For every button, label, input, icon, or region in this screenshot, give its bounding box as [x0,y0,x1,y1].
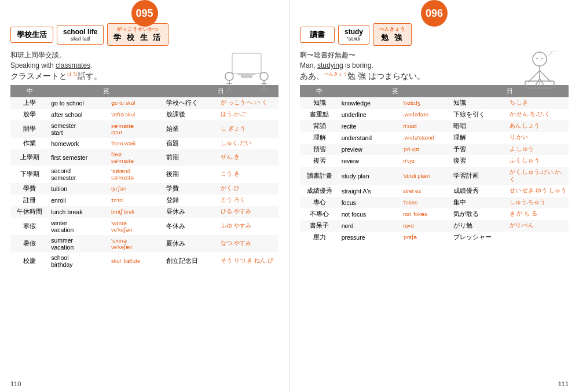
cell-phonetic: sə'mɛstə stɔrt [109,120,163,138]
cell-phonetic: 'wɪntə ve'keʃən [109,218,163,235]
cell-ja: 知識 [451,97,507,109]
cell-zh: 讀書計畫 [300,167,339,185]
svg-line-25 [540,78,544,86]
table-row: 上學期 first semester fɚst sə'mɛstə 前期 ぜん.き [10,149,278,166]
cell-ja: 集中 [451,197,507,208]
table-row: 壓力 pressure 'prɛʃə プレッシャー [300,232,569,243]
cell-kana: ひる.やすみ [218,206,278,218]
table-row: 上學 go to school ɡo tu skul 学校へ行く が.っこう.へ… [10,97,278,109]
cell-kana: り.かい [507,132,569,144]
page-left: 095 學校生活 school life skul laɪf がっこうせいかつ … [0,0,290,392]
intro-left: 和班上同學交談。 Speaking with classmates. クラスメー… [10,50,278,82]
intro-right: z z z 啊〜唸書好無趣〜 Man, studying is boring. … [300,50,569,82]
cell-phonetic: 'prɛʃə [401,232,451,243]
cell-zh: 寒假 [10,218,49,235]
svg-rect-2 [241,75,252,78]
cell-ja: 気が散る [451,208,507,220]
table-row: 不專心 not focus nɑt 'fokəs 気が散る き.が.ち.る [300,208,569,220]
svg-line-11 [261,88,264,92]
cell-zh: 午休時間 [10,206,49,218]
th-en-right: 英 [339,85,451,97]
illustration-left [221,50,273,94]
cell-kana: ふく.しゅう [507,155,569,167]
th-zh-right: 中 [300,85,339,97]
cell-zh: 成績優秀 [300,185,339,197]
cell-zh: 註冊 [10,195,49,206]
cell-phonetic: 'pri.vjʊ [401,144,451,155]
svg-line-6 [226,88,229,92]
cell-kana: こう.き [218,166,278,183]
cell-en: second semester [49,166,109,183]
cell-kana: しゅく.だい [218,138,278,149]
table-row: 預習 preview 'pri.vjʊ 予習 よ.しゅう [300,144,569,155]
page-badge-left: 095 [131,0,158,27]
header-japanese-left: がっこうせいかつ 学 校 生 活 [107,23,168,46]
cell-phonetic: ˌʌndə'laɪn [401,109,451,120]
cell-en: school birthday [49,252,109,270]
vocab-table-right: 中 英 日 知識 knowledge 'nɑlɪdʒ 知識 ち.しき 畫重點 u… [300,85,569,243]
cell-zh: 放學 [10,109,49,120]
cell-zh: 暑假 [10,235,49,252]
cell-ja: 放課後 [164,109,218,120]
cell-kana: し.ぎょう [218,120,278,138]
cell-zh: 下學期 [10,166,49,183]
cell-en: review [339,155,401,167]
cell-en: enroll [49,195,109,206]
cell-kana: とう.ろく [218,195,278,206]
cell-phonetic: 'æftə skul [109,109,163,120]
svg-point-13 [533,52,547,66]
table-row: 寒假 winter vacation 'wɪntə ve'keʃən 冬休み ふ… [10,218,278,235]
cell-kana: しゅう.ちゅう [507,197,569,208]
cell-en: preview [339,144,401,155]
cell-en: knowledge [339,97,401,109]
cell-en: lunch break [49,206,109,218]
table-row: 學費 tuition tju'ʃən 学費 がく.ひ [10,183,278,195]
table-row: 作業 homework 'hom.wɚk 宿題 しゅく.だい [10,138,278,149]
cell-en: recite [339,120,401,132]
cell-phonetic: ɡo tu skul [109,97,163,109]
table-row: 註冊 enroll ɪn'rol 登録 とう.ろく [10,195,278,206]
table-row: 複習 review ri'vjʊ 復習 ふく.しゅう [300,155,569,167]
svg-line-24 [535,78,540,86]
table-row: 暑假 summer vacation 'sʌmə ve'keʃən 夏休み なつ… [10,235,278,252]
cell-zh: 預習 [300,144,339,155]
cell-phonetic: ri'saɪt [401,120,451,132]
svg-line-12 [264,88,267,92]
table-row: 背誦 recite ri'saɪt 暗唱 あん.しょう [300,120,569,132]
cell-zh: 壓力 [300,232,339,243]
cell-kana: がり.べん [507,220,569,232]
table-row: 專心 focus 'fokəs 集中 しゅう.ちゅう [300,197,569,208]
cell-ja: 始業 [164,120,218,138]
cell-ja: 創立記念日 [164,252,218,270]
cell-zh: 學費 [10,183,49,195]
cell-phonetic: ri'vjʊ [401,155,451,167]
cell-kana: なつ.やすみ [218,235,278,252]
cell-phonetic: skul 'bɜθ.de [109,252,163,270]
cell-phonetic: 'nɑlɪdʒ [401,97,451,109]
cell-ja: 暗唱 [451,120,507,132]
table-row: 下學期 second semester 'sɛkənd sə'mɛstə 後期 … [10,166,278,183]
cell-en: nerd [339,220,401,232]
cell-zh: 書呆子 [300,220,339,232]
cell-phonetic: 'stʌdi plæn [401,167,451,185]
cell-en: after school [49,109,109,120]
page-badge-right: 096 [421,0,448,27]
vocab-table-left: 中 英 日 上學 go to school ɡo tu skul 学校へ行く が… [10,85,278,270]
cell-ja: 学習計画 [451,167,507,185]
header-english-right: study 'stʌdi [338,25,369,45]
cell-phonetic: nɝd [401,220,451,232]
cell-zh: 上學期 [10,149,49,166]
illustration-right: z z z [516,50,563,91]
cell-kana: あん.しょう [507,120,569,132]
cell-kana: が.っこう.へ.い.く [218,97,278,109]
cell-ja: 後期 [164,166,218,183]
header-japanese-right: べんきょう 勉 強 [373,23,412,46]
header-english-left: school life skul laɪf [57,25,104,45]
cell-kana: ほう.か.ご [218,109,278,120]
cell-en: underline [339,109,401,120]
cell-ja: 学校へ行く [164,97,218,109]
cell-kana [507,232,569,243]
cell-zh: 複習 [300,155,339,167]
page-num-left: 110 [10,380,21,387]
cell-kana: そう.りつ.き.ねん.び [218,252,278,270]
